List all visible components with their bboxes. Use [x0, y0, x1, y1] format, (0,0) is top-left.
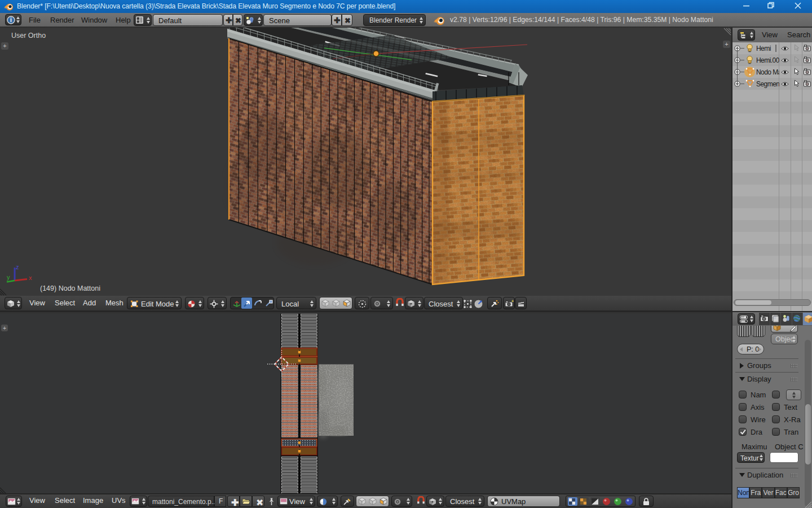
svg-text:+: +: [725, 41, 728, 47]
svg-text:(149) Nodo Mattoni: (149) Nodo Mattoni: [40, 284, 100, 292]
svg-text:+: +: [511, 299, 514, 303]
svg-text:+: +: [3, 42, 6, 49]
svg-text:x: x: [29, 274, 32, 281]
svg-text:y: y: [7, 274, 10, 281]
svg-text:User Ortho: User Ortho: [11, 32, 46, 40]
svg-text:z: z: [16, 264, 19, 270]
svg-text:i: i: [10, 17, 12, 23]
svg-text:+: +: [3, 325, 6, 331]
